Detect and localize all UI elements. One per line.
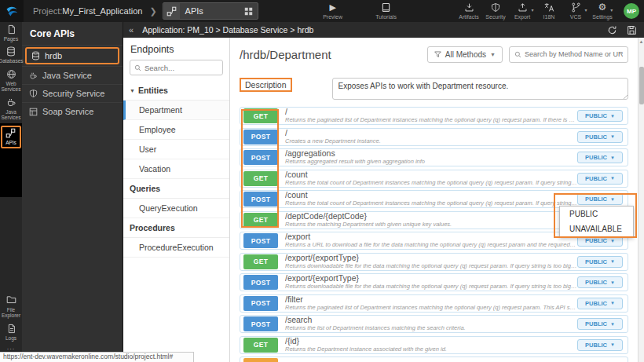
sidebar-item-java-services[interactable]: Java Services — [0, 95, 22, 123]
sidebar-item-logs[interactable]: Logs — [0, 321, 22, 343]
group-queries-header[interactable]: Queries — [123, 179, 229, 199]
dropdown-option-unavailable[interactable]: UNAVAILABLE — [560, 221, 633, 236]
api-description: Returns the total count of Department in… — [285, 180, 577, 186]
sidebar-item-apis[interactable]: APIs — [5, 128, 16, 145]
endpoint-item-vacation[interactable]: Vacation — [123, 159, 229, 179]
access-dropdown-button[interactable]: PUBLIC▼ — [577, 152, 623, 163]
group-entities-header[interactable]: ▼ Entities — [123, 81, 229, 101]
chevron-down-icon: ▼ — [610, 134, 615, 139]
shield-icon — [29, 89, 38, 98]
chevron-down-icon: ▼ — [610, 155, 615, 160]
scrollbar-thumb[interactable] — [639, 67, 644, 104]
group-procedures-header[interactable]: Procedures — [123, 218, 229, 238]
app-header: « Application: PM_10 > Database Service … — [123, 22, 644, 38]
scroll-up-icon[interactable]: ▲ — [639, 39, 644, 44]
api-row[interactable]: POST/searchReturns the list of Departmen… — [240, 315, 628, 333]
method-badge: POST — [243, 275, 278, 290]
api-row[interactable]: GET/Returns the paginated list of Depart… — [240, 107, 628, 125]
endpoint-item-department[interactable]: Department — [123, 101, 229, 120]
endpoints-search-input[interactable] — [145, 64, 215, 72]
service-item-java-service[interactable]: Java Service — [22, 66, 123, 84]
dropdown-option-public[interactable]: PUBLIC — [560, 207, 633, 221]
endpoint-item-user[interactable]: User — [123, 140, 229, 159]
sidebar-item-pages[interactable]: Pages — [0, 22, 22, 44]
api-path: /export/{exportType} — [285, 254, 577, 263]
api-row[interactable]: GET/{id}Returns the Department instance … — [240, 336, 628, 354]
status-url: https://ent-dev.wavemakeronline.com/stud… — [0, 352, 194, 362]
access-dropdown-button[interactable]: PUBLIC▼ — [577, 298, 623, 309]
save-icon[interactable] — [627, 25, 637, 35]
grid-icon[interactable] — [244, 7, 253, 16]
access-dropdown-menu: PUBLIC UNAVAILABLE — [559, 206, 634, 237]
api-row[interactable]: POST/Creates a new Department instance.P… — [240, 128, 628, 146]
sidebar-item-web-services[interactable]: Web Services — [0, 67, 22, 95]
chevron-down-icon: ▼ — [610, 280, 615, 285]
api-connector-icon — [5, 128, 16, 138]
api-path: /search — [285, 316, 577, 325]
access-dropdown-button[interactable]: PUBLIC▼ — [577, 339, 623, 351]
access-dropdown-button[interactable]: PUBLIC▼ — [577, 193, 623, 205]
api-row[interactable] — [240, 357, 628, 362]
soap-icon — [29, 108, 38, 116]
service-item-hrdb[interactable]: hrdb — [25, 47, 119, 64]
method-badge: GET — [243, 213, 278, 228]
methods-filter-dropdown[interactable]: All Methods ▼ — [427, 46, 503, 63]
api-row[interactable]: GET/export/{exportType}Returns downloada… — [240, 253, 628, 271]
api-connector-icon — [164, 3, 180, 19]
api-row[interactable]: POST/filterReturns the paginated list of… — [240, 294, 628, 313]
method-badge: GET — [243, 171, 278, 186]
tutorials-button[interactable]: Tutorials — [373, 0, 400, 22]
gear-icon: ⚙ ▾ — [598, 2, 607, 13]
api-row[interactable]: GET/countReturns the total count of Depa… — [240, 170, 628, 188]
access-dropdown-button[interactable]: PUBLIC▼ — [577, 318, 623, 330]
endpoints-search[interactable] — [130, 60, 223, 75]
access-dropdown-button[interactable]: PUBLIC▼ — [577, 276, 623, 288]
method-search[interactable] — [509, 46, 628, 63]
access-dropdown-button[interactable]: PUBLIC▼ — [577, 173, 623, 185]
preview-button[interactable]: ▶ Preview — [320, 0, 346, 22]
description-textarea[interactable]: Exposes APIs to work with Department res… — [332, 78, 628, 100]
vertical-scrollbar[interactable]: ▲ — [638, 38, 644, 362]
i18n-button[interactable]: ▾ I18N — [536, 0, 562, 22]
access-dropdown-button[interactable]: PUBLIC▼ — [577, 256, 623, 268]
coffee-icon — [6, 97, 16, 108]
user-avatar[interactable]: MP — [624, 3, 639, 19]
method-badge — [243, 358, 278, 362]
core-apis-panel: Core APIs hrdb Java Service Security Ser… — [22, 22, 123, 362]
artifacts-button[interactable]: Artifacts — [456, 0, 482, 22]
wavemaker-logo-icon[interactable] — [0, 0, 24, 22]
endpoint-item-employee[interactable]: Employee — [123, 120, 229, 140]
export-button[interactable]: ▾ Export — [509, 0, 536, 22]
chevron-down-icon: ▼ — [610, 259, 615, 264]
endpoint-item-procedureexecution[interactable]: ProcedureExecution — [123, 238, 229, 258]
access-dropdown-button[interactable]: PUBLIC▼ — [577, 131, 623, 143]
settings-button[interactable]: ⚙ ▾ Settings — [589, 0, 616, 22]
chevron-down-icon: ▼ — [610, 176, 615, 181]
sidebar-item-file-explorer[interactable]: File Explorer — [0, 293, 22, 321]
api-row[interactable]: POST/aggregationsReturns aggregated resu… — [240, 148, 628, 166]
vcs-button[interactable]: ▾ VCS — [562, 0, 589, 22]
access-dropdown-button[interactable]: PUBLIC▼ — [577, 110, 623, 122]
refresh-icon[interactable] — [607, 25, 617, 35]
service-item-soap-service[interactable]: Soap Service — [22, 102, 123, 120]
main-content: /hrdb/Department All Methods ▼ Descripti… — [230, 38, 638, 362]
sidebar-item-databases[interactable]: Databases — [0, 44, 22, 66]
chevron-down-icon: ▼ — [130, 88, 135, 93]
api-path: /count — [285, 170, 577, 180]
endpoint-item-queryexecution[interactable]: QueryExecution — [123, 199, 229, 218]
service-item-security-service[interactable]: Security Service — [22, 84, 123, 102]
api-description: Returns the Department instance associat… — [285, 346, 577, 353]
api-row[interactable]: POST/export/{exportType}Returns download… — [240, 273, 628, 291]
method-badge: GET — [243, 338, 278, 353]
api-description: Returns the list of Department instances… — [285, 325, 577, 331]
tab-apis[interactable]: APIs — [163, 2, 258, 20]
api-path: /deptCode/{deptCode} — [285, 212, 577, 221]
method-search-input[interactable] — [525, 50, 623, 58]
breadcrumb: Application: PM_10 > Database Service > … — [142, 25, 313, 35]
description-label: Description — [240, 78, 292, 92]
api-description: Returns a URL to download a file for the… — [285, 242, 577, 248]
api-path: / — [285, 108, 577, 117]
sidebar-item-apis-active-bg: APIs — [0, 123, 22, 197]
security-button[interactable]: Security — [482, 0, 509, 22]
collapse-panel-icon[interactable]: « — [123, 25, 134, 35]
